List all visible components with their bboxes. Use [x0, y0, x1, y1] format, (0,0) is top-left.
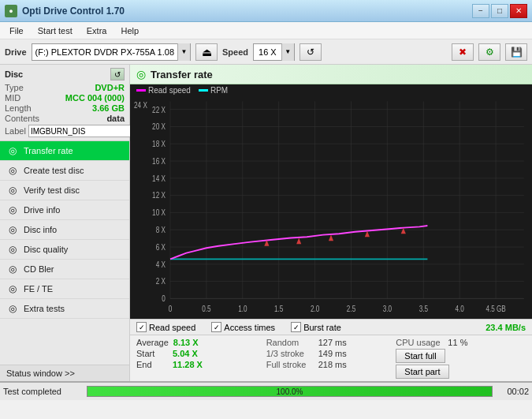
- disc-header: Disc ↺: [5, 68, 125, 80]
- minimize-button[interactable]: −: [472, 4, 489, 18]
- stat-average-row: Average 8.13 X: [136, 338, 266, 347]
- nav-verify-test-disc[interactable]: ◎ Verify test disc: [0, 181, 129, 200]
- random-value: 127 ms: [318, 338, 358, 347]
- svg-text:18 X: 18 X: [152, 140, 166, 148]
- full-stroke-label: Full stroke: [266, 360, 314, 369]
- title-bar-left: ● Opti Drive Control 1.70: [5, 5, 125, 17]
- legend-read-label: Read speed: [148, 86, 191, 95]
- checkbox-burst-rate-box[interactable]: ✓: [291, 322, 301, 332]
- create-test-disc-icon: ◎: [6, 165, 19, 176]
- stroke-1-3-label: 1/3 stroke: [266, 349, 314, 358]
- svg-text:2 X: 2 X: [156, 278, 166, 286]
- disc-mid-value: MCC 004 (000): [65, 93, 125, 103]
- disc-label-row: Label ⚙: [5, 125, 125, 137]
- svg-text:12 X: 12 X: [152, 192, 166, 200]
- menu-help[interactable]: Help: [114, 24, 145, 37]
- title-bar: ● Opti Drive Control 1.70 − □ ✕: [0, 0, 532, 22]
- start-label: Start: [136, 349, 168, 358]
- svg-text:6 X: 6 X: [156, 243, 166, 252]
- full-stroke-value: 218 ms: [318, 360, 358, 369]
- nav-cd-bler[interactable]: ◎ CD Bler: [0, 260, 129, 279]
- checkbox-burst-rate[interactable]: ✓ Burst rate: [291, 322, 341, 332]
- disc-mid-row: MID MCC 004 (000): [5, 93, 125, 103]
- checkbox-read-speed-box[interactable]: ✓: [136, 322, 147, 332]
- checkbox-access-times-label: Access times: [224, 323, 275, 332]
- disc-contents-row: Contents data: [5, 114, 125, 123]
- disc-type-row: Type DVD+R: [5, 83, 125, 92]
- progress-bar-container: 100.0%: [87, 386, 493, 397]
- disc-label-input[interactable]: [28, 125, 133, 137]
- speed-dropdown-arrow[interactable]: ▼: [281, 43, 294, 61]
- stats-col-1: Average 8.13 X Start 5.04 X End 11.28 X: [136, 338, 266, 379]
- nav-disc-quality-label: Disc quality: [24, 245, 68, 254]
- nav-create-test-disc-label: Create test disc: [24, 166, 84, 175]
- speed-label: Speed: [222, 47, 248, 57]
- svg-text:1.5: 1.5: [274, 305, 283, 313]
- drive-selector[interactable]: (F:) PLEXTOR DVDR PX-755A 1.08 ▼: [32, 43, 191, 61]
- checkbox-access-times-box[interactable]: ✓: [211, 322, 221, 332]
- nav-fe-te[interactable]: ◎ FE / TE: [0, 279, 129, 299]
- menu-start-test[interactable]: Start test: [32, 24, 79, 37]
- svg-text:2.5: 2.5: [347, 305, 355, 313]
- checkbox-access-times[interactable]: ✓ Access times: [211, 322, 275, 332]
- nav-disc-info-label: Disc info: [24, 225, 57, 234]
- chart-checkboxes: ✓ Read speed ✓ Access times ✓ Burst rate…: [130, 319, 532, 335]
- nav-transfer-rate[interactable]: ◎ Transfer rate: [0, 141, 129, 161]
- window-title: Opti Drive Control 1.70: [22, 6, 125, 17]
- drive-bar: Drive (F:) PLEXTOR DVDR PX-755A 1.08 ▼ ⏏…: [0, 39, 532, 65]
- checkbox-burst-rate-label: Burst rate: [303, 323, 341, 332]
- stat-1-3-stroke-row: 1/3 stroke 149 ms: [266, 349, 396, 358]
- status-window-button[interactable]: Status window >>: [0, 365, 129, 381]
- fe-te-icon: ◎: [6, 283, 19, 294]
- status-text: Test completed: [3, 387, 82, 396]
- disc-refresh-button[interactable]: ↺: [110, 68, 125, 80]
- nav-extra-tests[interactable]: ◎ Extra tests: [0, 299, 129, 319]
- eject-button[interactable]: ⏏: [195, 43, 218, 61]
- menu-bar: File Start test Extra Help: [0, 22, 532, 39]
- start-part-button[interactable]: Start part: [396, 365, 448, 379]
- sidebar: Disc ↺ Type DVD+R MID MCC 004 (000) Leng…: [0, 65, 130, 381]
- stats-col-2: Random 127 ms 1/3 stroke 149 ms Full str…: [266, 338, 396, 379]
- end-label: End: [136, 360, 168, 369]
- drive-value: (F:) PLEXTOR DVDR PX-755A 1.08: [32, 47, 177, 57]
- disc-contents-value: data: [106, 114, 125, 123]
- close-button[interactable]: ✕: [510, 4, 527, 18]
- checkbox-read-speed[interactable]: ✓ Read speed: [136, 322, 195, 332]
- title-buttons: − □ ✕: [472, 4, 527, 18]
- content-area: ◎ Transfer rate Read speed RPM: [130, 65, 532, 381]
- nav-disc-quality[interactable]: ◎ Disc quality: [0, 240, 129, 260]
- legend-rpm: RPM: [199, 86, 228, 95]
- nav-verify-test-disc-label: Verify test disc: [24, 185, 80, 195]
- svg-text:8 X: 8 X: [156, 226, 166, 234]
- drive-info-icon: ◎: [6, 204, 19, 215]
- svg-text:0: 0: [169, 305, 173, 313]
- start-full-button[interactable]: Start full: [396, 349, 445, 363]
- menu-extra[interactable]: Extra: [80, 24, 113, 37]
- nav-disc-info[interactable]: ◎ Disc info: [0, 220, 129, 240]
- save-button[interactable]: 💾: [505, 43, 527, 61]
- svg-text:3.0: 3.0: [383, 305, 392, 313]
- drive-dropdown-arrow[interactable]: ▼: [177, 43, 190, 61]
- disc-length-row: Length 3.66 GB: [5, 103, 125, 113]
- nav-drive-info[interactable]: ◎ Drive info: [0, 200, 129, 220]
- svg-text:4 X: 4 X: [156, 260, 166, 269]
- random-label: Random: [266, 338, 314, 347]
- average-value: 8.13 X: [173, 338, 213, 347]
- maximize-button[interactable]: □: [491, 4, 508, 18]
- drive-label: Drive: [5, 47, 27, 57]
- start-value: 5.04 X: [173, 349, 212, 358]
- menu-file[interactable]: File: [3, 24, 30, 37]
- stat-end-row: End 11.28 X: [136, 360, 266, 369]
- refresh-speed-button[interactable]: ↺: [299, 43, 322, 61]
- nav-create-test-disc[interactable]: ◎ Create test disc: [0, 161, 129, 181]
- settings-button[interactable]: ⚙: [478, 43, 500, 61]
- disc-length-label: Length: [5, 103, 32, 113]
- legend-read-color: [136, 89, 146, 92]
- speed-selector[interactable]: 16 X ▼: [253, 43, 295, 61]
- stroke-1-3-value: 149 ms: [318, 349, 358, 358]
- disc-mid-label: MID: [5, 93, 20, 103]
- speed-value: 16 X: [254, 47, 281, 57]
- disc-title: Disc: [5, 69, 23, 79]
- clear-button[interactable]: ✖: [452, 43, 474, 61]
- svg-text:24 X: 24 X: [134, 102, 147, 110]
